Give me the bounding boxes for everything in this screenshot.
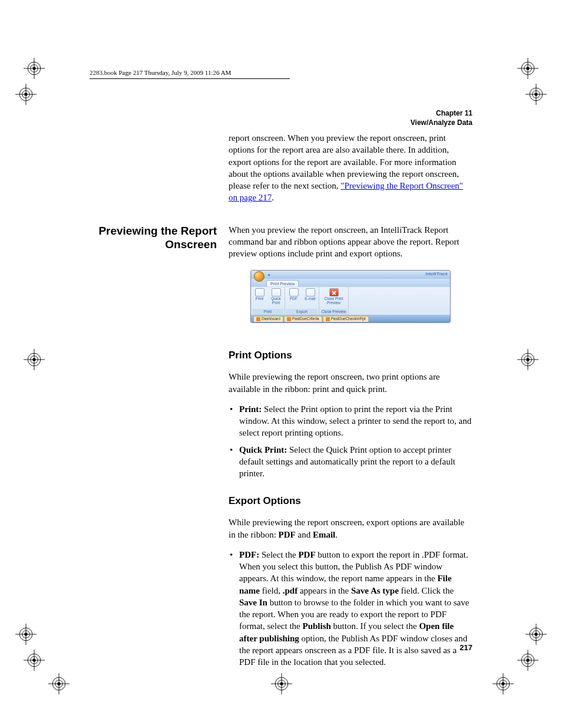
reg-mark-icon [517,349,538,370]
doc-tab: PastDueCriteria [284,316,322,322]
export-options-intro: While previewing the report onscreen, ex… [229,516,472,541]
preview-paragraph: When you preview the report onscreen, an… [229,224,472,260]
page-content: 2283.book Page 217 Thursday, July 9, 200… [68,68,494,658]
email-button: E-mail [303,288,318,301]
email-icon [306,288,315,297]
reg-mark-icon [15,624,37,645]
chapter-heading: Chapter 11 View/Analyze Data [90,108,472,127]
bullet-quick-print: Quick Print: Select the Quick Print opti… [239,444,472,480]
pdf-icon [289,288,299,297]
quick-print-button: Quick Print [269,288,284,305]
pdf-button: PDF [286,288,302,301]
doc-tab: PastDueCheckInRpt [323,316,369,322]
chapter-title: View/Analyze Data [90,118,472,127]
office-orb-icon [254,271,265,282]
print-options-intro: While previewing the report onscreen, tw… [229,371,472,395]
ribbon-screenshot: ▾ IntelliTrack Print Preview Print [250,270,451,323]
bullet-print: Print: Select the Print option to print … [239,403,472,439]
chapter-number: Chapter 11 [90,108,472,118]
doc-tab: Dashboard [253,316,283,322]
print-options-heading: Print Options [229,349,472,363]
intro-paragraph: report onscreen. When you preview the re… [229,132,472,204]
printer-quick-icon [272,288,281,297]
reg-mark-icon [525,624,547,645]
reg-mark-icon [525,84,547,105]
reg-mark-icon [517,650,538,671]
reg-mark-icon [492,673,514,694]
printer-icon [255,288,265,297]
group-label-export: Export [286,309,318,315]
reg-mark-icon [517,58,538,79]
app-brand: IntelliTrack [425,271,448,278]
bullet-pdf: PDF: Select the PDF button to export the… [239,549,472,668]
running-head: 2283.book Page 217 Thursday, July 9, 200… [90,68,290,79]
group-label-close: Close Preview [320,309,347,315]
reg-mark-icon [24,349,45,370]
group-label-print: Print [252,309,283,315]
reg-mark-icon [24,650,45,671]
reg-mark-icon [15,84,37,105]
reg-mark-icon [24,58,45,79]
reg-mark-icon [271,673,292,694]
reg-mark-icon [48,673,70,694]
form-icon [287,317,291,321]
form-icon [256,317,260,321]
print-button: Print [252,288,267,305]
close-icon [329,288,339,297]
form-icon [326,317,330,321]
page-number: 217 [459,643,472,653]
ribbon-tab: Print Preview [266,280,299,286]
export-options-heading: Export Options [229,495,472,508]
section-side-heading: Previewing the Report Onscreen [90,224,217,339]
close-preview-button: Close Print Preview [321,288,347,305]
